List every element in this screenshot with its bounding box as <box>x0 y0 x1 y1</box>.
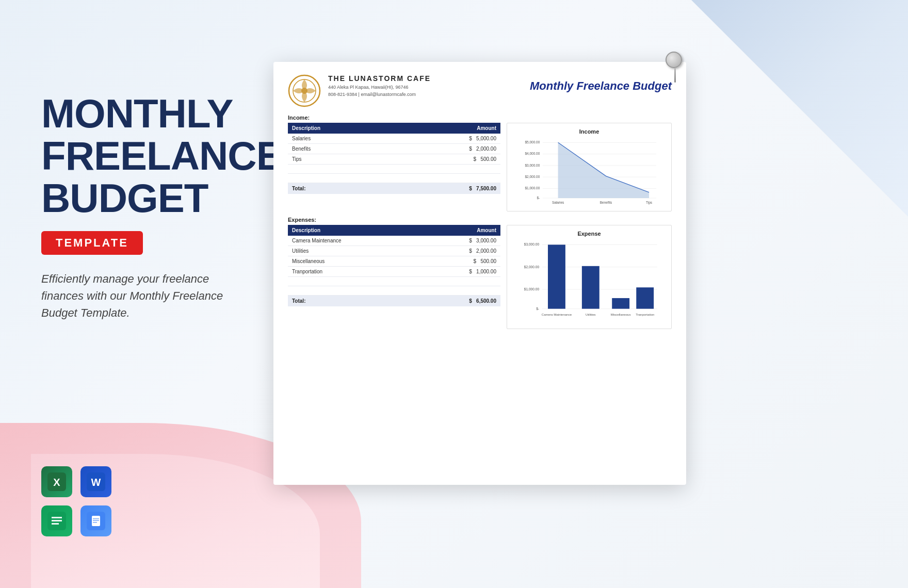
income-desc: Tips <box>288 154 396 165</box>
svg-text:Benefits: Benefits <box>600 201 612 204</box>
bg-shape-top-right <box>691 0 908 217</box>
svg-text:W: W <box>91 477 101 488</box>
income-area-chart: $5,000.00 $4,000.00 $3,000.00 $2,000.00 … <box>513 138 665 205</box>
pin-needle <box>674 68 676 83</box>
title-line2: FREELANCE <box>41 135 310 177</box>
income-section-label: Income: <box>288 115 672 121</box>
svg-text:$-: $- <box>537 196 540 200</box>
expense-desc: Miscellaneous <box>288 256 419 267</box>
income-col-description: Description <box>288 123 396 134</box>
expense-amount: $ 1,000.00 <box>419 267 500 277</box>
income-section: Description Amount Salaries$ 5,000.00Ben… <box>288 123 672 211</box>
template-badge: TEMPLATE <box>41 231 143 255</box>
svg-rect-10 <box>93 518 99 519</box>
app-icons: X W <box>41 466 111 536</box>
svg-text:$-: $- <box>536 307 539 311</box>
svg-text:$3,000.00: $3,000.00 <box>524 242 540 246</box>
svg-text:Camera Maintenance: Camera Maintenance <box>542 313 572 316</box>
svg-text:Tranportation: Tranportation <box>636 313 654 316</box>
expenses-table-col: Description Amount Camera Maintenance$ 3… <box>288 225 500 329</box>
svg-marker-28 <box>558 142 649 198</box>
income-table-row: Tips$ 500.00 <box>288 154 500 165</box>
expenses-table: Description Amount Camera Maintenance$ 3… <box>288 225 500 306</box>
svg-rect-7 <box>52 523 59 525</box>
expense-table-row: Utilities$ 2,000.00 <box>288 246 500 256</box>
expense-chart-title: Expense <box>513 231 665 237</box>
expense-desc: Camera Maintenance <box>288 236 419 246</box>
income-desc: Salaries <box>288 134 396 144</box>
description-text: Efficiently manage your freelance financ… <box>41 270 248 321</box>
income-amount: $ 5,000.00 <box>396 134 500 144</box>
income-chart-col: Income $5,000.00 $4,000.00 $3,000.00 $2,… <box>507 123 672 211</box>
svg-rect-42 <box>612 298 629 309</box>
income-table: Description Amount Salaries$ 5,000.00Ben… <box>288 123 500 194</box>
income-desc: Benefits <box>288 144 396 154</box>
exp-col-amount: Amount <box>419 225 500 236</box>
push-pin <box>666 52 684 83</box>
svg-text:Salaries: Salaries <box>552 201 564 204</box>
svg-text:$2,000.00: $2,000.00 <box>525 175 540 178</box>
svg-rect-6 <box>52 520 62 521</box>
income-amount: $ 2,000.00 <box>396 144 500 154</box>
income-table-row: Benefits$ 2,000.00 <box>288 144 500 154</box>
title-line3: BUDGET <box>41 177 310 220</box>
pin-head <box>666 52 682 68</box>
svg-text:$1,000.00: $1,000.00 <box>524 287 540 291</box>
svg-point-15 <box>301 88 307 94</box>
document-title: Monthly Freelance Budget <box>530 79 672 93</box>
expense-table-row: Tranportation$ 1,000.00 <box>288 267 500 277</box>
expense-table-row: Camera Maintenance$ 3,000.00 <box>288 236 500 246</box>
svg-rect-5 <box>52 517 62 518</box>
income-col-amount: Amount <box>396 123 500 134</box>
svg-text:$2,000.00: $2,000.00 <box>524 265 540 269</box>
expense-amount: $ 500.00 <box>419 256 500 267</box>
cafe-logo <box>288 74 321 107</box>
svg-text:Tips: Tips <box>646 201 653 205</box>
docs-icon[interactable] <box>80 505 111 536</box>
cafe-address-1: 440 Aleka Pl Kapaa, Hawaii(HI), 96746 <box>328 84 431 91</box>
excel-icon[interactable]: X <box>41 466 72 497</box>
expense-empty-row <box>288 277 500 286</box>
exp-col-description: Description <box>288 225 419 236</box>
svg-text:$5,000.00: $5,000.00 <box>525 140 540 144</box>
expense-amount: $ 3,000.00 <box>419 236 500 246</box>
expense-table-row: Miscellaneous$ 500.00 <box>288 256 500 267</box>
svg-text:Utilities: Utilities <box>586 313 596 316</box>
cafe-name: THE LUNASTORM CAFE <box>328 74 431 83</box>
expenses-section: Description Amount Camera Maintenance$ 3… <box>288 225 672 329</box>
sheets-icon[interactable] <box>41 505 72 536</box>
income-amount: $ 500.00 <box>396 154 500 165</box>
cafe-info: THE LUNASTORM CAFE 440 Aleka Pl Kapaa, H… <box>288 74 431 107</box>
svg-rect-12 <box>93 522 97 523</box>
word-icon[interactable]: W <box>80 466 111 497</box>
expenses-section-label: Expenses: <box>288 217 672 223</box>
income-table-row: Salaries$ 5,000.00 <box>288 134 500 144</box>
doc-header: THE LUNASTORM CAFE 440 Aleka Pl Kapaa, H… <box>288 74 672 107</box>
income-total-label: Total: <box>288 183 396 194</box>
expenses-total-amount: $ 6,500.00 <box>419 296 500 307</box>
expense-amount: $ 2,000.00 <box>419 246 500 256</box>
expense-desc: Utilities <box>288 246 419 256</box>
svg-rect-11 <box>93 520 99 521</box>
svg-text:$1,000.00: $1,000.00 <box>525 186 540 190</box>
svg-rect-41 <box>582 266 599 309</box>
expense-desc: Tranportation <box>288 267 419 277</box>
svg-text:X: X <box>53 477 60 488</box>
cafe-address-2: 808-821-9384 | email@lunastormcafe.com <box>328 91 431 99</box>
svg-text:$3,000.00: $3,000.00 <box>525 164 540 167</box>
svg-rect-40 <box>548 244 565 308</box>
expense-bar-chart: $3,000.00 $2,000.00 $1,000.00 $- <box>513 240 665 322</box>
income-chart-title: Income <box>513 128 665 135</box>
income-table-col: Description Amount Salaries$ 5,000.00Ben… <box>288 123 500 211</box>
income-empty-row <box>288 165 500 174</box>
left-panel: MONTHLY FREELANCE BUDGET TEMPLATE Effici… <box>41 93 310 321</box>
svg-text:$4,000.00: $4,000.00 <box>525 152 540 155</box>
expenses-total-label: Total: <box>288 296 419 307</box>
income-total-amount: $ 7,500.00 <box>396 183 500 194</box>
expense-chart-col: Expense $3,000.00 $2,000.00 $1,000.00 $- <box>507 225 672 329</box>
income-empty-row <box>288 174 500 183</box>
expense-empty-row <box>288 286 500 296</box>
title-line1: MONTHLY <box>41 93 310 135</box>
main-title: MONTHLY FREELANCE BUDGET <box>41 93 310 220</box>
svg-text:Miscellaneous: Miscellaneous <box>611 313 631 316</box>
